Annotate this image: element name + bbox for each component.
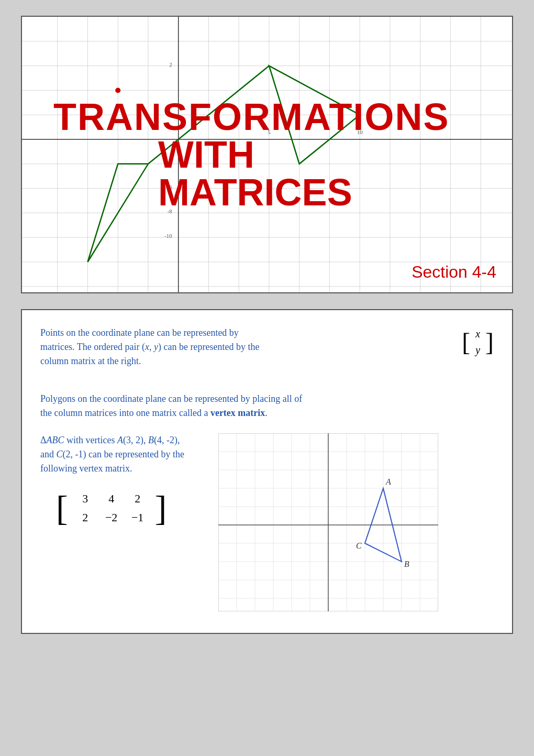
delta-text-1: ΔABC with vertices A(3, 2), B(4, -2), — [40, 435, 180, 445]
vertex-matrix-bold: vertex matrix — [210, 408, 265, 418]
svg-text:C: C — [356, 541, 362, 550]
polygons-text-1: Polygons on the coordinate plane can be … — [40, 393, 302, 404]
svg-text:2: 2 — [169, 61, 172, 68]
top-section: Points on the coordinate plane can be re… — [40, 326, 494, 379]
vm-bracket-right: ] — [155, 490, 167, 526]
svg-text:-10: -10 — [164, 233, 172, 239]
delta-text-2: and C(2, -1) can be represented by the — [40, 449, 184, 459]
svg-text:B: B — [404, 560, 409, 568]
matrix-y: y — [475, 344, 480, 356]
svg-text:A: A — [385, 477, 391, 486]
vm-r2c1: 2 — [82, 511, 88, 524]
lower-section: ΔABC with vertices A(3, 2), B(4, -2), an… — [40, 433, 494, 613]
vm-bracket-container: [ 3 4 2 2 −2 −1 ] — [56, 486, 166, 530]
polygons-text-2: the column matrices into one matrix call… — [40, 408, 210, 418]
vm-r1c3: 2 — [135, 492, 140, 506]
intro-text-4: column matrix at the right. — [40, 356, 141, 366]
vm-r2c3: −1 — [131, 511, 143, 524]
svg-point-36 — [115, 87, 120, 93]
column-matrix-xy: [ x y ] — [462, 326, 494, 358]
delta-paragraph: ΔABC with vertices A(3, 2), B(4, -2), an… — [40, 433, 208, 476]
title-overlay: TRANSFORMATIONS WITH MATRICES — [53, 95, 450, 214]
vm-r1c2: 4 — [108, 492, 114, 506]
page-container: 5 10 2 -4 -6 -8 -10 TRANSFORMATIONS WITH… — [0, 0, 534, 650]
slide-bottom: Points on the coordinate plane can be re… — [21, 309, 513, 634]
polygons-text-3: . — [265, 408, 268, 418]
polygons-paragraph: Polygons on the coordinate plane can be … — [40, 392, 494, 420]
title-matrices: MATRICES — [158, 171, 450, 214]
matrix-x: x — [475, 328, 480, 340]
vm-bracket-left: [ — [56, 490, 68, 526]
bracket-right: ] — [485, 330, 494, 355]
bracket-left: [ — [462, 330, 470, 355]
vertex-matrix-display: [ 3 4 2 2 −2 −1 ] — [56, 486, 208, 530]
vm-r1c1: 3 — [82, 492, 88, 506]
vm-r2c2: −2 — [105, 511, 117, 524]
vm-grid: 3 4 2 2 −2 −1 — [69, 486, 154, 530]
intro-text-block: Points on the coordinate plane can be re… — [40, 326, 451, 379]
delta-text-3: following vertex matrix. — [40, 463, 132, 474]
intro-paragraph: Points on the coordinate plane can be re… — [40, 326, 451, 368]
matrix-values: x y — [472, 326, 483, 358]
intro-text-2: matrices. The ordered pair (x, y) can be… — [40, 342, 259, 352]
intro-text-1: Points on the coordinate plane can be re… — [40, 327, 239, 338]
title-with: WITH — [158, 133, 450, 176]
lower-left: ΔABC with vertices A(3, 2), B(4, -2), an… — [40, 433, 208, 613]
section-label: Section 4-4 — [411, 262, 496, 282]
title-transformations: TRANSFORMATIONS — [53, 95, 450, 138]
slide-top: 5 10 2 -4 -6 -8 -10 TRANSFORMATIONS WITH… — [21, 16, 513, 293]
lower-right-graph: A B C — [218, 433, 494, 613]
